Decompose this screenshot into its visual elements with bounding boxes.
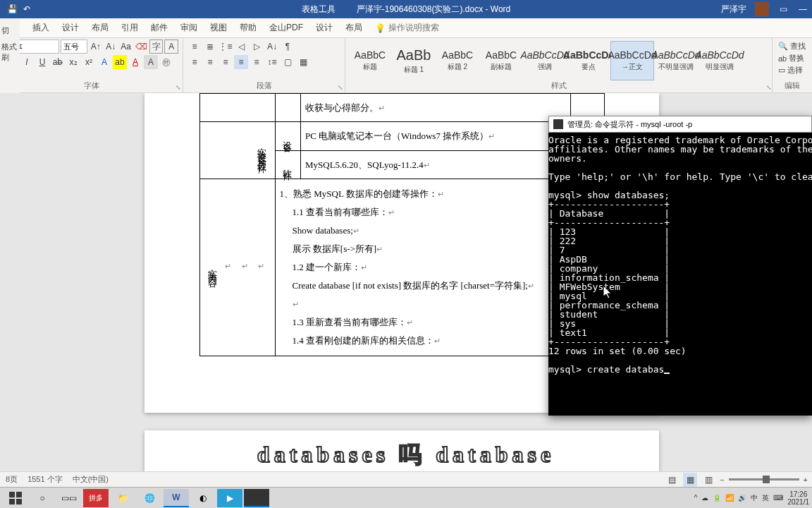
undo-icon[interactable]: ↶ — [23, 4, 30, 14]
taskbar-app-3[interactable]: ▶ — [217, 489, 242, 507]
tray-cloud-icon[interactable]: ☁ — [701, 494, 708, 502]
tray-keyboard-icon[interactable]: ⌨ — [773, 494, 783, 502]
borders-button[interactable]: ▦ — [296, 55, 310, 69]
ime-indicator-1[interactable]: 中 — [751, 493, 758, 503]
style-item[interactable]: AaBbCcDc要点 — [567, 41, 610, 80]
ribbon-toggle-icon[interactable]: ▭ — [777, 4, 789, 14]
align-left-button[interactable]: ≡ — [187, 55, 202, 69]
cmd-body[interactable]: Oracle is a registered trademark of Orac… — [548, 133, 812, 374]
styles-gallery[interactable]: AaBbC标题AaBb标题 1AaBbC标题 2AaBbC副标题AaBbCcDd… — [348, 41, 769, 80]
style-item[interactable]: AaBb标题 1 — [392, 41, 436, 80]
style-item[interactable]: AaBbC副标题 — [479, 41, 523, 80]
left-tab-b[interactable]: 格式刷 — [0, 39, 20, 66]
superscript-button[interactable]: x² — [82, 55, 96, 69]
sort-button[interactable]: A↓ — [265, 40, 279, 54]
style-item[interactable]: AaBbCcDd明显强调 — [698, 41, 742, 80]
shrink-font-button[interactable]: A↓ — [104, 40, 117, 54]
line-spacing-button[interactable]: ↕≡ — [265, 55, 279, 69]
start-button[interactable] — [3, 489, 28, 507]
zoom-slider[interactable] — [729, 478, 799, 480]
tab-table-layout[interactable]: 布局 — [345, 22, 362, 34]
italic-button[interactable]: I — [20, 55, 34, 69]
tab-view[interactable]: 视图 — [210, 22, 227, 34]
tray-volume-icon[interactable]: 🔊 — [738, 494, 746, 502]
style-item[interactable]: AaBbC标题 — [348, 41, 392, 80]
align-center-button[interactable]: ≡ — [203, 55, 217, 69]
ime-indicator-2[interactable]: 英 — [762, 493, 769, 503]
save-icon[interactable]: 💾 — [7, 4, 18, 14]
phonetic-button[interactable]: 字 — [149, 40, 164, 54]
minimize-button[interactable]: — — [797, 4, 808, 14]
taskbar-cmd[interactable] — [244, 489, 269, 507]
word-count[interactable]: 1551 个字 — [27, 474, 63, 485]
tray-battery-icon[interactable]: 🔋 — [713, 494, 721, 502]
replace-button[interactable]: ab替换 — [778, 53, 806, 64]
clock-date[interactable]: 2021/1 — [787, 498, 809, 506]
numbering-button[interactable]: ≣ — [203, 40, 217, 54]
style-item[interactable]: AaBbCcDd→正文 — [610, 41, 654, 80]
underline-button[interactable]: U — [35, 55, 49, 69]
tab-help[interactable]: 帮助 — [240, 22, 257, 34]
taskbar-app-1[interactable]: 拼多 — [83, 489, 109, 507]
taskbar-app-2[interactable]: ◐ — [190, 489, 216, 507]
shading-button[interactable]: ▢ — [281, 55, 295, 69]
taskbar-word[interactable]: W — [164, 489, 189, 507]
page-count[interactable]: 8页 — [6, 474, 18, 485]
decrease-indent-button[interactable]: ◁ — [234, 40, 248, 54]
change-case-button[interactable]: Aa — [119, 40, 133, 54]
read-mode-button[interactable]: ▤ — [665, 473, 679, 487]
tab-insert[interactable]: 插入 — [32, 22, 49, 34]
subscript-button[interactable]: x₂ — [66, 55, 80, 69]
avatar[interactable] — [755, 2, 769, 16]
tell-me-search[interactable]: 💡 操作说明搜索 — [375, 22, 439, 34]
left-tab-a[interactable]: 切 — [0, 23, 20, 39]
tab-mailings[interactable]: 邮件 — [151, 22, 168, 34]
tab-design[interactable]: 设计 — [62, 22, 79, 34]
strike-button[interactable]: ab̶ — [51, 55, 65, 69]
increase-indent-button[interactable]: ▷ — [250, 40, 264, 54]
tab-references[interactable]: 引用 — [121, 22, 138, 34]
show-marks-button[interactable]: ¶ — [281, 40, 295, 54]
multilevel-button[interactable]: ⋮≡ — [219, 40, 233, 54]
taskbar-edge[interactable]: 🌐 — [137, 489, 162, 507]
tab-review[interactable]: 审阅 — [180, 22, 197, 34]
cortana-button[interactable]: ○ — [30, 489, 55, 507]
enclose-char-button[interactable]: ㊕ — [159, 55, 173, 69]
text-effect-button[interactable]: A — [97, 55, 111, 69]
para-dialog-icon[interactable]: ⤡ — [338, 84, 343, 91]
language[interactable]: 中文(中国) — [73, 474, 109, 485]
taskview-button[interactable]: ▭▭ — [56, 489, 82, 507]
distribute-button[interactable]: ≡ — [250, 55, 264, 69]
char-border-button[interactable]: A — [164, 40, 178, 54]
tab-jinshan[interactable]: 金山PDF — [269, 22, 303, 34]
print-layout-button[interactable]: ▦ — [683, 473, 697, 487]
align-right-button[interactable]: ≡ — [219, 55, 233, 69]
font-color-button[interactable]: A — [128, 55, 142, 69]
char-shading-button[interactable]: A — [144, 55, 158, 69]
select-button[interactable]: ▭选择 — [778, 65, 806, 75]
zoom-out-button[interactable]: − — [720, 476, 724, 484]
tray-wifi-icon[interactable]: 📶 — [725, 494, 734, 502]
highlight-button[interactable]: ab — [113, 55, 127, 69]
font-dialog-icon[interactable]: ⤡ — [176, 84, 181, 91]
justify-button[interactable]: ≡ — [234, 55, 248, 69]
tab-table-design[interactable]: 设计 — [316, 22, 333, 34]
system-tray[interactable]: ^ ☁ 🔋 📶 🔊 中 英 ⌨ 17:26 2021/1 — [694, 490, 809, 506]
find-button[interactable]: 🔍查找 — [778, 41, 806, 52]
font-size-combo[interactable] — [61, 40, 87, 54]
style-item[interactable]: AaBbC标题 2 — [436, 41, 479, 80]
cmd-window[interactable]: 管理员: 命令提示符 - mysql -uroot -p Oracle is a… — [548, 116, 812, 416]
cmd-titlebar[interactable]: 管理员: 命令提示符 - mysql -uroot -p — [548, 116, 812, 133]
taskbar-explorer[interactable]: 📁 — [110, 489, 135, 507]
clock-time[interactable]: 17:26 — [787, 490, 809, 498]
styles-dialog-icon[interactable]: ⤡ — [766, 84, 772, 91]
tab-layout[interactable]: 布局 — [92, 22, 109, 34]
clear-format-button[interactable]: ⌫ — [134, 40, 147, 54]
style-item[interactable]: AaBbCcDd强调 — [523, 41, 567, 80]
zoom-in-button[interactable]: + — [804, 476, 808, 484]
style-item[interactable]: AaBbCcDd不明显强调 — [654, 41, 698, 80]
web-layout-button[interactable]: ▥ — [701, 473, 715, 487]
grow-font-button[interactable]: A↑ — [89, 40, 102, 54]
tray-up-icon[interactable]: ^ — [694, 494, 698, 502]
bullets-button[interactable]: ≡ — [187, 40, 202, 54]
